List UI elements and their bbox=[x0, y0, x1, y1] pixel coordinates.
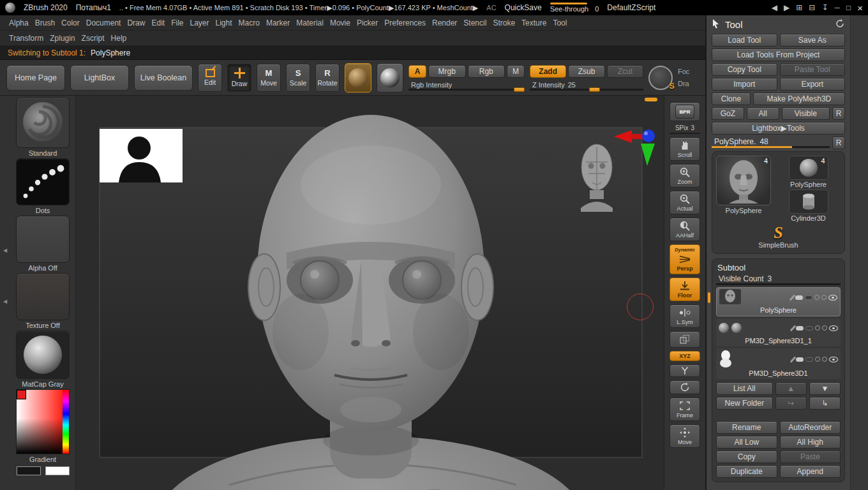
copy-tool-button[interactable]: Copy Tool bbox=[712, 63, 777, 76]
current-color-swatch[interactable] bbox=[17, 390, 26, 399]
menu-brush[interactable]: Brush bbox=[32, 17, 58, 29]
zscript-button[interactable]: DefaultZScript bbox=[607, 3, 655, 12]
move-into-folder-button[interactable]: ↳ bbox=[809, 397, 841, 410]
active-tool-thumbnail[interactable]: 4 bbox=[716, 156, 771, 205]
floor-button[interactable]: Floor bbox=[670, 278, 700, 301]
rgb-button[interactable]: Rgb bbox=[468, 65, 505, 78]
menu-color[interactable]: Color bbox=[58, 17, 83, 29]
document-thumbnail[interactable] bbox=[100, 129, 183, 182]
mesh-preview[interactable] bbox=[577, 142, 617, 212]
all-high-button[interactable]: All High bbox=[780, 436, 841, 449]
subtool-row-pm3d-sphere3d1-1[interactable]: PM3D_Sphere3D1_1 bbox=[716, 318, 841, 346]
y-axis-button[interactable] bbox=[670, 364, 700, 377]
bpr-button[interactable]: BPR bbox=[670, 102, 700, 121]
move-out-of-folder-button[interactable]: ↪ bbox=[775, 397, 807, 410]
toggle-pill-light-icon[interactable] bbox=[795, 295, 803, 300]
toggle-pill-dark-icon[interactable] bbox=[805, 295, 812, 300]
toggle-ring-icon[interactable] bbox=[822, 325, 827, 330]
tool-slot-cylinder3d[interactable] bbox=[789, 189, 828, 214]
actual-button[interactable]: Actual bbox=[670, 191, 700, 214]
polypaint-brush-icon[interactable] bbox=[790, 356, 797, 362]
zsub-button[interactable]: Zsub bbox=[568, 65, 604, 78]
brush-thumbnail[interactable] bbox=[16, 97, 70, 148]
make-polymesh3d-button[interactable]: Make PolyMesh3D bbox=[753, 93, 845, 105]
local-transform-button[interactable] bbox=[670, 331, 700, 348]
menu-alpha[interactable]: Alpha bbox=[6, 17, 32, 29]
menu-stencil[interactable]: Stencil bbox=[460, 17, 490, 29]
goz-all-button[interactable]: All bbox=[747, 107, 779, 120]
all-low-button[interactable]: All Low bbox=[716, 436, 777, 449]
toggle-ring-icon[interactable] bbox=[814, 295, 819, 300]
menu-marker[interactable]: Marker bbox=[263, 17, 293, 29]
draw-button[interactable]: Draw bbox=[227, 64, 251, 92]
menu-transform[interactable]: Transform bbox=[6, 33, 47, 44]
list-all-button[interactable]: List All bbox=[716, 382, 773, 395]
visibility-eye-icon[interactable] bbox=[829, 357, 838, 362]
visibility-eye-icon[interactable] bbox=[828, 295, 837, 301]
a-mode-button[interactable]: A bbox=[408, 65, 426, 78]
new-folder-button[interactable]: New Folder bbox=[716, 397, 773, 410]
tray-scroll-zone[interactable] bbox=[850, 15, 868, 490]
active-tool-slot[interactable]: 4 PolySphere bbox=[716, 156, 771, 223]
load-tool-button[interactable]: Load Tool bbox=[712, 34, 777, 47]
clone-button[interactable]: Clone bbox=[712, 93, 751, 105]
shelf-divider-left-icon2[interactable]: ◀ bbox=[3, 299, 7, 304]
toggle-pill-dark-icon[interactable] bbox=[805, 357, 813, 362]
m-button[interactable]: M bbox=[507, 65, 525, 78]
secondary-color-swatch[interactable] bbox=[45, 466, 70, 475]
paste-subtool-button[interactable]: Paste bbox=[780, 450, 841, 463]
paste-tool-button[interactable]: Paste Tool bbox=[780, 63, 846, 76]
see-through-slider-track[interactable] bbox=[550, 3, 587, 4]
toggle-ring-icon[interactable] bbox=[815, 325, 820, 330]
shelf-divider-left-icon[interactable]: ◀ bbox=[3, 248, 7, 253]
home-page-button[interactable]: Home Page bbox=[6, 65, 65, 91]
append-button[interactable]: Append bbox=[780, 465, 841, 478]
menu-file[interactable]: File bbox=[168, 17, 186, 29]
current-stroke[interactable]: Dots bbox=[16, 158, 70, 215]
goz-button[interactable]: GoZ bbox=[712, 107, 744, 120]
spix-slider[interactable]: SPix 3 bbox=[670, 124, 700, 134]
visibility-eye-icon[interactable] bbox=[829, 325, 838, 331]
maximize-button[interactable]: □ bbox=[846, 4, 851, 11]
menu-help[interactable]: Help bbox=[108, 33, 130, 44]
autoreorder-button[interactable]: AutoReorder bbox=[780, 421, 841, 434]
move-canvas-button[interactable]: Move bbox=[670, 424, 700, 448]
subtool-row-pm3d-sphere3d1[interactable]: PM3D_Sphere3D1 bbox=[716, 348, 841, 379]
zcut-button[interactable]: Zcut bbox=[607, 65, 643, 78]
move-button[interactable]: Move bbox=[257, 64, 281, 92]
toggle-pill-light-icon[interactable] bbox=[796, 326, 804, 330]
export-button[interactable]: Export bbox=[780, 78, 846, 91]
menu-render[interactable]: Render bbox=[429, 17, 460, 29]
menu-zplugin[interactable]: Zplugin bbox=[47, 33, 78, 44]
current-brush[interactable]: Standard bbox=[16, 97, 70, 158]
menu-picker[interactable]: Picker bbox=[354, 17, 381, 29]
minimize-to-tray-icon[interactable]: ↧ bbox=[821, 4, 828, 11]
goz-visible-button[interactable]: Visible bbox=[782, 107, 830, 120]
move-subtool-down-button[interactable]: ▼ bbox=[809, 382, 841, 395]
quicksave-button[interactable]: QuickSave bbox=[505, 3, 542, 12]
minimize-button[interactable]: ─ bbox=[834, 4, 840, 11]
aahalf-button[interactable]: AAHalf bbox=[670, 218, 700, 241]
mrgb-button[interactable]: Mrgb bbox=[428, 65, 466, 78]
close-button[interactable]: × bbox=[857, 3, 863, 13]
import-button[interactable]: Import bbox=[712, 78, 777, 91]
menu-stroke[interactable]: Stroke bbox=[490, 17, 518, 29]
menu-material[interactable]: Material bbox=[293, 17, 327, 29]
copy-subtool-button[interactable]: Copy bbox=[716, 450, 777, 463]
see-through-slider[interactable]: See-through 0 bbox=[550, 3, 599, 13]
frame-button[interactable]: Frame bbox=[670, 397, 700, 421]
polypaint-brush-icon[interactable] bbox=[789, 294, 796, 301]
current-color-sphere-button[interactable] bbox=[377, 63, 403, 93]
toggle-pill-dark-icon[interactable] bbox=[805, 326, 813, 330]
zoom-button[interactable]: Zoom bbox=[670, 164, 700, 188]
current-material-button[interactable] bbox=[345, 63, 371, 93]
rename-button[interactable]: Rename bbox=[716, 421, 777, 434]
main-color-swatch[interactable] bbox=[17, 466, 41, 475]
lightbox-button[interactable]: LightBox bbox=[70, 65, 129, 91]
polypaint-brush-icon[interactable] bbox=[790, 325, 797, 331]
tile-windows-icon[interactable]: ⊞ bbox=[796, 4, 802, 11]
draw-size-label[interactable]: Dra bbox=[678, 80, 693, 87]
menu-preferences[interactable]: Preferences bbox=[381, 17, 429, 29]
menu-document[interactable]: Document bbox=[83, 17, 124, 29]
rgb-intensity-hand[interactable] bbox=[514, 87, 525, 92]
